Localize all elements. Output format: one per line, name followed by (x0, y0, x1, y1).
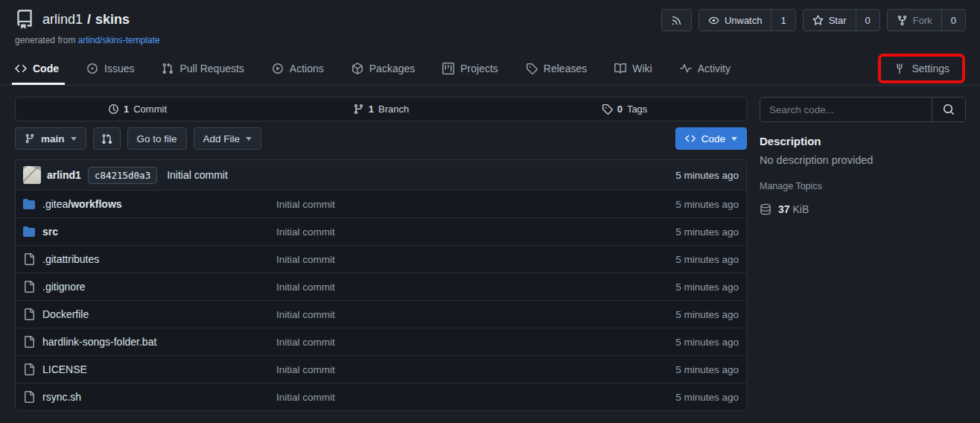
repo-name-link[interactable]: skins (95, 12, 130, 28)
file-table: arlind1 c84215d0a3 Initial commit 5 minu… (15, 159, 747, 411)
search-input[interactable] (760, 98, 932, 121)
file-path-prefix: .gitea (42, 198, 68, 210)
file-icon (23, 336, 35, 348)
database-icon (760, 203, 771, 215)
file-name-link[interactable]: src (23, 226, 276, 238)
file-name-link[interactable]: hardlink-songs-folder.bat (23, 336, 276, 348)
table-row: Dockerfile Initial commit 5 minutes ago (16, 300, 746, 328)
tab-activity[interactable]: Activity (680, 52, 731, 85)
row-commit-message[interactable]: Initial commit (276, 309, 675, 320)
tab-pull-requests[interactable]: Pull Requests (162, 52, 244, 85)
repo-stats-bar: 1 Commit 1 Branch 0 Tags (15, 97, 747, 121)
tab-code[interactable]: Code (15, 52, 59, 85)
avatar[interactable] (23, 166, 41, 184)
commits-link[interactable]: 1 Commit (16, 98, 259, 121)
row-commit-message[interactable]: Initial commit (276, 364, 675, 375)
manage-topics-link[interactable]: Manage Topics (760, 181, 966, 191)
chevron-down-icon (71, 137, 77, 141)
table-row: .gitignore Initial commit 5 minutes ago (16, 273, 746, 300)
file-icon (23, 363, 35, 375)
tab-releases-label: Releases (544, 63, 587, 74)
watchers-count[interactable]: 1 (771, 10, 795, 31)
row-commit-message[interactable]: Initial commit (276, 282, 675, 293)
watch-button-group: Unwatch 1 (699, 9, 796, 31)
tab-actions[interactable]: Actions (272, 52, 324, 85)
forks-count[interactable]: 0 (941, 10, 965, 31)
repo-owner-link[interactable]: arlind1 (42, 12, 83, 28)
row-commit-message[interactable]: Initial commit (276, 199, 675, 210)
repo-nav: Code Issues Pull Requests Actions Packag… (15, 52, 965, 85)
tab-activity-label: Activity (698, 63, 731, 74)
row-commit-time: 5 minutes ago (675, 309, 739, 320)
star-button[interactable]: Star (804, 10, 856, 31)
commit-hash-link[interactable]: c84215d0a3 (88, 167, 157, 184)
tab-code-label: Code (33, 63, 59, 74)
repo-header: arlind1/skins Unwatch 1 Star 0 (0, 0, 980, 86)
tab-settings[interactable]: Settings (878, 54, 965, 83)
branch-selector[interactable]: main (15, 127, 86, 150)
tab-projects[interactable]: Projects (442, 52, 498, 85)
file-name-link[interactable]: Dockerfile (23, 308, 276, 320)
tag-icon (526, 63, 538, 74)
table-row: LICENSE Initial commit 5 minutes ago (16, 355, 746, 383)
branch-name: main (41, 133, 65, 144)
file-name: /workflows (68, 198, 121, 210)
tab-packages-label: Packages (369, 63, 415, 74)
file-name-link[interactable]: rsync.sh (23, 391, 276, 403)
file-name: Dockerfile (42, 308, 89, 320)
stars-count[interactable]: 0 (856, 10, 879, 31)
pulse-icon (680, 63, 692, 74)
unwatch-button[interactable]: Unwatch (699, 10, 771, 31)
add-file-label: Add File (203, 133, 241, 144)
branches-label: Branch (378, 104, 409, 115)
template-link[interactable]: arlind/skins-template (78, 35, 160, 45)
settings-wrench-icon (894, 63, 906, 74)
row-commit-message[interactable]: Initial commit (276, 392, 675, 403)
compare-button[interactable] (93, 127, 121, 150)
branches-link[interactable]: 1 Branch (259, 98, 503, 121)
repo-size-unit: KiB (792, 203, 809, 215)
main-content: 1 Commit 1 Branch 0 Tags (0, 86, 980, 411)
tab-issues[interactable]: Issues (86, 52, 134, 85)
tab-releases[interactable]: Releases (526, 52, 587, 85)
rss-button[interactable] (661, 9, 692, 31)
file-name: rsync.sh (42, 391, 81, 403)
row-commit-time: 5 minutes ago (675, 282, 739, 293)
tab-packages[interactable]: Packages (351, 52, 415, 85)
fork-button[interactable]: Fork (888, 10, 941, 31)
go-to-file-button[interactable]: Go to file (127, 127, 187, 150)
tags-label: Tags (627, 104, 647, 115)
file-name-link[interactable]: .gitattributes (23, 253, 276, 265)
row-commit-message[interactable]: Initial commit (276, 226, 675, 238)
tab-pull-requests-label: Pull Requests (179, 63, 244, 74)
commit-time: 5 minutes ago (675, 170, 739, 181)
commit-author-link[interactable]: arlind1 (47, 169, 81, 181)
row-commit-time: 5 minutes ago (675, 199, 739, 210)
chevron-down-icon (246, 137, 252, 141)
fork-button-group: Fork 0 (887, 9, 966, 31)
file-name-link[interactable]: .gitignore (23, 281, 276, 293)
repo-sidebar: Description No description provided Mana… (760, 97, 966, 411)
row-commit-message[interactable]: Initial commit (276, 254, 675, 265)
fork-label: Fork (913, 15, 932, 26)
tags-link[interactable]: 0 Tags (503, 98, 746, 121)
repo-icon (15, 10, 34, 29)
repo-size-value: 37 (778, 203, 790, 215)
commit-message-link[interactable]: Initial commit (167, 169, 228, 181)
description-heading: Description (760, 135, 966, 147)
file-icon (23, 308, 35, 320)
add-file-button[interactable]: Add File (194, 127, 262, 150)
pull-request-icon (162, 63, 174, 74)
fork-icon (897, 15, 908, 26)
file-name-link[interactable]: LICENSE (23, 363, 276, 375)
tags-count: 0 (617, 104, 623, 115)
commits-count: 1 (124, 104, 129, 115)
code-download-button[interactable]: Code (675, 127, 747, 150)
repo-main-column: 1 Commit 1 Branch 0 Tags (15, 97, 747, 411)
file-name-link[interactable]: .gitea/workflows (23, 198, 276, 210)
search-button[interactable] (932, 98, 965, 121)
eye-icon (708, 15, 719, 26)
generated-from-line: generated from arlind/skins-template (15, 35, 965, 45)
row-commit-message[interactable]: Initial commit (276, 337, 675, 348)
tab-wiki[interactable]: Wiki (614, 52, 652, 85)
